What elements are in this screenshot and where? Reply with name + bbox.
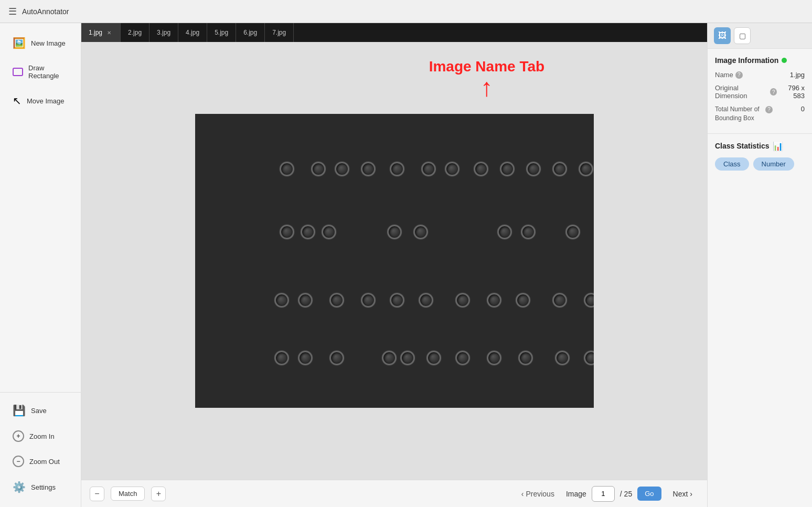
right-panel: 🖼 ▢ Image Information Name ? 1.jpg Origi… <box>707 23 812 507</box>
prev-chevron-icon: ‹ <box>521 490 524 498</box>
sidebar-item-new-image[interactable]: 🖼️ New Image <box>4 30 77 56</box>
dimension-row: Original Dimension ? 796 x 583 <box>715 84 805 100</box>
match-button[interactable]: Match <box>111 487 145 501</box>
right-panel-header: 🖼 ▢ <box>708 23 812 49</box>
next-chevron-icon: › <box>690 490 692 498</box>
bounding-box-value: 0 <box>801 105 805 113</box>
class-button[interactable]: Class <box>715 157 749 171</box>
previous-button[interactable]: ‹ Previous <box>515 487 561 501</box>
title-bar: ☰ AutoAnnotator <box>0 0 812 23</box>
sidebar-label-zoom-out: Zoom Out <box>29 458 60 466</box>
sidebar-label-new-image: New Image <box>31 39 66 47</box>
sidebar-bottom: 💾 Save + Zoom In − Zoom Out ⚙️ Settings <box>0 392 81 501</box>
sidebar-item-move-image[interactable]: ↖ Move Image <box>4 88 77 113</box>
draw-rectangle-icon <box>13 68 23 76</box>
tab-1[interactable]: 1.jpg ✕ <box>81 23 121 42</box>
go-button[interactable]: Go <box>637 487 661 501</box>
app-title: AutoAnnotator <box>22 7 69 16</box>
panel-image-button[interactable]: 🖼 <box>714 27 731 44</box>
dimension-key: Original Dimension ? <box>715 84 777 100</box>
zoom-out-icon: − <box>13 456 24 467</box>
image-label: Image <box>566 490 586 498</box>
panel-square-button[interactable]: ▢ <box>734 27 751 44</box>
bounding-box-help-icon[interactable]: ? <box>765 106 773 113</box>
tab-1-close[interactable]: ✕ <box>105 29 113 36</box>
tab-2[interactable]: 2.jpg <box>121 23 149 42</box>
tab-4-label: 4.jpg <box>186 29 199 36</box>
app-icon: ☰ <box>8 6 17 17</box>
sidebar: 🖼️ New Image Draw Rectangle ↖ Move Image… <box>0 23 81 507</box>
stats-buttons: Class Number <box>715 157 805 171</box>
sidebar-label-save: Save <box>31 407 47 415</box>
sidebar-item-zoom-out[interactable]: − Zoom Out <box>4 449 77 473</box>
total-pages-label: / 25 <box>620 490 632 498</box>
bottom-bar: − Match + ‹ Previous Image / 25 Go Next … <box>81 480 707 507</box>
sidebar-item-zoom-in[interactable]: + Zoom In <box>4 424 77 448</box>
sidebar-label-move-image: Move Image <box>27 97 65 105</box>
tab-7[interactable]: 7.jpg <box>265 23 294 42</box>
bar-chart-icon: 📊 <box>773 141 783 151</box>
status-dot <box>782 58 787 63</box>
image-canvas[interactable] <box>195 114 594 408</box>
zoom-increase-button[interactable]: + <box>151 487 166 501</box>
main-layout: 🖼️ New Image Draw Rectangle ↖ Move Image… <box>0 23 812 507</box>
number-button[interactable]: Number <box>753 157 794 171</box>
tab-4[interactable]: 4.jpg <box>178 23 207 42</box>
sidebar-label-zoom-in: Zoom In <box>29 432 55 440</box>
center-area: 1.jpg ✕ 2.jpg 3.jpg 4.jpg 5.jpg 6.jpg 7.… <box>81 23 707 507</box>
dimension-help-icon[interactable]: ? <box>770 88 777 96</box>
name-value: 1.jpg <box>790 71 805 79</box>
bounding-box-key: Total Number of Bounding Box ? <box>715 105 773 123</box>
sidebar-item-draw-rectangle[interactable]: Draw Rectangle <box>4 58 77 86</box>
annotation-arrow-up: ↑ <box>429 78 544 98</box>
dimension-value: 796 x 583 <box>777 84 805 100</box>
tab-6[interactable]: 6.jpg <box>236 23 265 42</box>
settings-icon: ⚙️ <box>13 481 26 493</box>
image-info-section: Image Information Name ? 1.jpg Original … <box>708 49 812 134</box>
name-key: Name ? <box>715 71 743 79</box>
tab-7-label: 7.jpg <box>272 29 286 36</box>
canvas-area: Image Name Tab ↑ <box>81 42 707 480</box>
tab-3[interactable]: 3.jpg <box>149 23 178 42</box>
class-stats-section: Class Statistics 📊 Class Number <box>708 134 812 178</box>
sidebar-item-settings[interactable]: ⚙️ Settings <box>4 474 77 500</box>
move-image-icon: ↖ <box>13 94 22 107</box>
tab-1-label: 1.jpg <box>89 29 102 36</box>
tab-5[interactable]: 5.jpg <box>207 23 236 42</box>
name-help-icon[interactable]: ? <box>735 71 743 79</box>
tab-bar: 1.jpg ✕ 2.jpg 3.jpg 4.jpg 5.jpg 6.jpg 7.… <box>81 23 707 42</box>
sidebar-item-save[interactable]: 💾 Save <box>4 398 77 423</box>
next-button[interactable]: Next › <box>667 487 699 501</box>
tab-6-label: 6.jpg <box>243 29 257 36</box>
nav-controls: ‹ Previous Image / 25 Go Next › <box>515 486 699 502</box>
save-icon: 💾 <box>13 404 26 417</box>
new-image-icon: 🖼️ <box>13 37 26 49</box>
bounding-box-row: Total Number of Bounding Box ? 0 <box>715 105 805 123</box>
tab-5-label: 5.jpg <box>215 29 228 36</box>
class-stats-title: Class Statistics 📊 <box>715 141 805 151</box>
zoom-decrease-button[interactable]: − <box>90 487 104 501</box>
sidebar-label-settings: Settings <box>31 483 56 491</box>
image-info-title: Image Information <box>715 56 805 65</box>
tab-3-label: 3.jpg <box>157 29 170 36</box>
sidebar-label-draw-rectangle: Draw Rectangle <box>28 64 68 80</box>
annotation-label: Image Name Tab <box>429 58 544 76</box>
tab-2-label: 2.jpg <box>128 29 142 36</box>
name-row: Name ? 1.jpg <box>715 71 805 79</box>
zoom-in-icon: + <box>13 430 24 442</box>
image-number-input[interactable] <box>592 486 615 502</box>
